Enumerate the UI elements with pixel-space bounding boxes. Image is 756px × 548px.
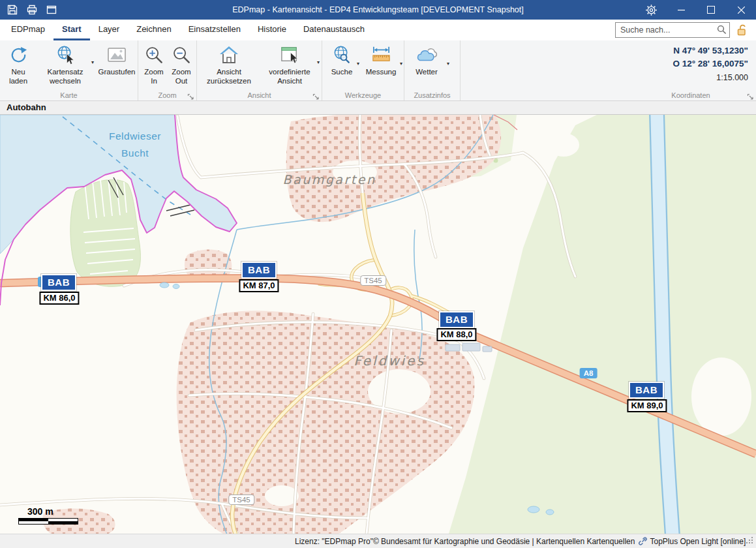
button-label: Wetter: [416, 68, 438, 77]
ribbon-group-koordinaten: N 47° 49' 53,1230" O 12° 28' 16,0075" 1:…: [626, 40, 756, 100]
button-label: Zoom Out: [168, 68, 195, 85]
resize-grip[interactable]: [746, 536, 753, 546]
button-label: Graustufen: [98, 68, 136, 77]
window-title: EDPmap - Kartenansicht - EDP4 Entwicklun…: [232, 0, 523, 20]
coordinate-north: N 47° 49' 53,1230": [626, 44, 748, 57]
button-label: Messung: [366, 68, 397, 77]
search-input[interactable]: [615, 22, 730, 38]
link-icon[interactable]: [639, 537, 647, 545]
quick-access-toolbar: [0, 3, 59, 17]
graustufen-button[interactable]: Graustufen: [96, 42, 138, 89]
button-label: Zoom In: [140, 68, 168, 85]
zoom-out-button[interactable]: Zoom Out: [168, 42, 195, 89]
road-shield-ts45: TS45: [360, 275, 386, 286]
km-label: KM 89,0: [627, 399, 667, 412]
map-canvas: [0, 115, 756, 534]
button-label: Kartensatz wechseln: [35, 68, 96, 85]
license-text: Lizenz: "EDPmap Pro": [295, 537, 373, 546]
button-label: Neu laden: [2, 68, 35, 85]
close-button[interactable]: [726, 0, 756, 20]
home-icon: [219, 43, 239, 67]
chevron-down-icon[interactable]: ▾: [400, 61, 402, 67]
ansicht-zuruecksetzen-button[interactable]: Ansicht zurücksetzen: [199, 42, 259, 89]
coordinate-east: O 12° 28' 16,0075": [626, 57, 748, 70]
gear-icon[interactable]: [636, 0, 666, 20]
tab-historie[interactable]: Historie: [249, 20, 295, 40]
globe-search-icon: [331, 43, 353, 67]
group-label: Ansicht: [197, 91, 322, 99]
bab-marker[interactable]: BAB: [439, 311, 474, 328]
group-label: Karte: [0, 91, 138, 99]
unlock-icon[interactable]: [735, 23, 749, 37]
zoom-out-icon: [172, 43, 192, 67]
dialog-launcher-icon[interactable]: [312, 91, 320, 99]
messung-button[interactable]: Messung ▾: [359, 42, 402, 89]
wetter-button[interactable]: Wetter ▾: [406, 42, 447, 89]
map-scale-value: 1:15.000: [626, 71, 748, 84]
map-source-text: TopPlus Open Light [online]: [650, 537, 746, 546]
bab-marker[interactable]: BAB: [241, 262, 277, 279]
ribbon-group-zoom: Zoom In Zoom Out Zoom: [138, 40, 197, 100]
ribbon-group-zusatzinfos: Wetter ▾ Zusatzinfos: [404, 40, 461, 100]
dialog-launcher-icon[interactable]: [187, 91, 194, 99]
minimize-button[interactable]: [666, 0, 696, 20]
ribbon-group-werkzeuge: Suche ▾ Messung ▾ Werkzeuge: [322, 40, 404, 100]
globe-cursor-icon: [55, 43, 76, 67]
window-cursor-icon: [279, 43, 301, 67]
bab-marker[interactable]: BAB: [41, 274, 76, 291]
km-label: KM 88,0: [436, 328, 476, 341]
button-label: Suche: [331, 68, 353, 77]
group-label: Koordinaten: [626, 91, 756, 99]
ribbon-group-karte: Neu laden Kartensatz wechseln ▾: [0, 40, 138, 100]
image-icon: [106, 43, 127, 67]
scale-bar-label: 300 m: [27, 507, 78, 517]
search-icon[interactable]: [717, 25, 727, 37]
km-label: KM 87,0: [239, 279, 279, 292]
title-bar: EDPmap - Kartenansicht - EDP4 Entwicklun…: [0, 0, 756, 20]
tab-datenaustausch[interactable]: Datenaustausch: [295, 20, 373, 40]
scale-bar: 300 m: [18, 507, 78, 525]
group-label: Werkzeuge: [322, 91, 404, 99]
chevron-down-icon[interactable]: ▾: [317, 60, 320, 65]
status-bar: Lizenz: "EDPmap Pro" © Bundesamt für Kar…: [0, 534, 756, 548]
tab-zeichnen[interactable]: Zeichnen: [128, 20, 179, 40]
ribbon: Neu laden Kartensatz wechseln ▾: [0, 40, 756, 101]
new-window-icon[interactable]: [44, 3, 59, 17]
tab-edpmap[interactable]: EDPmap: [3, 20, 53, 40]
scale-bar-graphic: [18, 518, 78, 525]
road-shield-ts45: TS45: [228, 495, 254, 505]
dialog-launcher-icon[interactable]: [747, 91, 754, 99]
ribbon-spacer: [461, 40, 626, 100]
maximize-button[interactable]: [696, 0, 726, 20]
chevron-down-icon[interactable]: ▾: [91, 60, 94, 65]
button-label: vordefinierte Ansicht: [259, 68, 320, 85]
zoom-in-button[interactable]: Zoom In: [140, 42, 168, 89]
cloud-icon: [416, 43, 438, 67]
chevron-down-icon[interactable]: ▾: [447, 61, 449, 67]
map-viewport[interactable]: Feldwieser Bucht Baumgarten Feldwies TS4…: [0, 115, 756, 534]
button-label: Ansicht zurücksetzen: [199, 68, 259, 85]
zoom-in-icon: [144, 43, 164, 67]
panel-header-autobahn: Autobahn: [0, 101, 756, 115]
neu-laden-button[interactable]: Neu laden: [2, 42, 35, 89]
bab-marker[interactable]: BAB: [629, 382, 664, 399]
edpmap-window: EDPmap - Kartenansicht - EDP4 Entwicklun…: [0, 0, 756, 548]
tab-einsatzstellen[interactable]: Einsatzstellen: [180, 20, 249, 40]
suche-button[interactable]: Suche ▾: [324, 42, 359, 89]
save-icon[interactable]: [5, 3, 20, 17]
ruler-icon: [370, 43, 392, 67]
refresh-icon: [8, 43, 29, 67]
tab-start[interactable]: Start: [53, 20, 90, 40]
group-label: Zusatzinfos: [404, 91, 460, 99]
km-label: KM 86,0: [39, 292, 79, 305]
print-icon[interactable]: [25, 3, 39, 17]
kartensatz-wechseln-button[interactable]: Kartensatz wechseln ▾: [35, 42, 96, 89]
vordefinierte-ansicht-button[interactable]: vordefinierte Ansicht ▾: [259, 42, 320, 89]
copyright-text: © Bundesamt für Kartographie und Geodäsi…: [373, 537, 635, 546]
ribbon-group-ansicht: Ansicht zurücksetzen vordefinierte Ansic…: [197, 40, 322, 100]
ribbon-tab-bar: EDPmap Start Layer Zeichnen Einsatzstell…: [0, 20, 756, 40]
tab-layer[interactable]: Layer: [90, 20, 129, 40]
road-shield-a8: A8: [580, 368, 597, 378]
